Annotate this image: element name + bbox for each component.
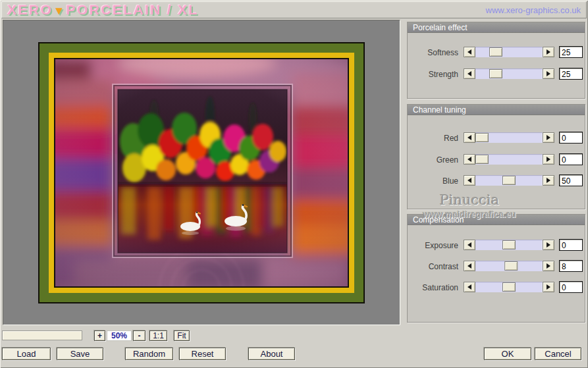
arrow-right-icon xyxy=(547,284,550,290)
slider-value-input[interactable]: 0 xyxy=(559,132,583,144)
slider-track[interactable] xyxy=(475,68,543,79)
slider-label: Exposure xyxy=(408,241,458,250)
slider-track[interactable] xyxy=(475,154,543,165)
ok-button[interactable]: OK xyxy=(484,348,531,360)
slider-thumb[interactable] xyxy=(502,282,516,292)
slider-track[interactable] xyxy=(475,132,543,143)
preview-image[interactable] xyxy=(55,59,348,286)
slider-value-input[interactable]: 0 xyxy=(559,281,583,293)
slider-thumb[interactable] xyxy=(502,240,516,250)
zoom-in-button[interactable]: + xyxy=(94,330,105,341)
slider-right-arrow[interactable] xyxy=(543,47,554,57)
random-button[interactable]: Random xyxy=(125,348,173,360)
frame-inner-border xyxy=(54,58,349,288)
slider-label: Contrast xyxy=(408,262,458,271)
arrow-left-icon xyxy=(468,178,471,183)
logo-text-right: PORCELAIN / XL xyxy=(66,3,198,17)
slider-label: Red xyxy=(408,134,458,143)
plugin-window: XERO▼PORCELAIN / XL www.xero-graphics.co… xyxy=(0,0,588,368)
group-header: Channel tuning xyxy=(408,105,585,115)
slider-left-arrow[interactable] xyxy=(464,132,475,143)
slider-thumb[interactable] xyxy=(489,47,502,57)
zoom-level: 50% xyxy=(107,330,132,341)
slider-label: Strength xyxy=(408,70,458,79)
arrow-right-icon xyxy=(547,135,550,140)
reset-button[interactable]: Reset xyxy=(179,348,226,360)
arrow-right-icon xyxy=(547,178,550,183)
slider-row-red: Red 0 xyxy=(408,132,585,143)
actual-size-button[interactable]: 1:1 xyxy=(149,330,167,341)
slider-left-arrow[interactable] xyxy=(464,154,475,165)
progress-bar xyxy=(2,330,82,340)
arrow-left-icon xyxy=(468,263,471,269)
slider-label: Blue xyxy=(408,176,458,186)
arrow-left-icon xyxy=(468,71,471,76)
slider-value-input[interactable]: 50 xyxy=(559,174,583,186)
slider-left-arrow[interactable] xyxy=(464,282,475,292)
slider-value-input[interactable]: 25 xyxy=(559,46,583,58)
slider-left-arrow[interactable] xyxy=(464,68,475,79)
arrow-right-icon xyxy=(547,71,550,76)
about-button[interactable]: About xyxy=(248,348,295,360)
slider-value-input[interactable]: 0 xyxy=(559,239,583,251)
arrow-left-icon xyxy=(468,135,471,140)
slider-left-arrow[interactable] xyxy=(464,261,475,271)
group-channel-tuning: Channel tuning Red 0 Green 0 Blue 50 xyxy=(407,104,585,209)
slider-left-arrow[interactable] xyxy=(464,175,475,186)
slider-right-arrow[interactable] xyxy=(543,68,554,79)
slider-row-strength: Strength 25 xyxy=(408,68,585,79)
slider-right-arrow[interactable] xyxy=(543,282,554,292)
slider-row-softness: Softness 25 xyxy=(408,47,585,57)
slider-track[interactable] xyxy=(475,282,543,292)
frame-green-border xyxy=(40,43,363,302)
fit-button[interactable]: Fit xyxy=(174,330,190,341)
slider-thumb[interactable] xyxy=(489,69,502,78)
group-compensation: Compensation Exposure 0 Contrast 8 Satur… xyxy=(407,214,585,323)
arrow-left-icon xyxy=(468,157,471,162)
slider-row-exposure: Exposure 0 xyxy=(408,240,585,250)
slider-right-arrow[interactable] xyxy=(543,132,554,143)
slider-right-arrow[interactable] xyxy=(543,240,554,250)
triangle-icon: ▼ xyxy=(53,5,66,17)
group-porcelain-effect: Porcelain effect Softness 25 Strength 25 xyxy=(407,22,585,99)
zoom-out-button[interactable]: - xyxy=(133,330,146,341)
slider-right-arrow[interactable] xyxy=(543,154,554,165)
preview-area[interactable] xyxy=(3,20,400,325)
slider-track[interactable] xyxy=(475,240,543,250)
slider-left-arrow[interactable] xyxy=(464,47,475,57)
slider-track[interactable] xyxy=(475,261,543,271)
slider-track[interactable] xyxy=(475,175,543,186)
arrow-left-icon xyxy=(468,284,471,290)
slider-thumb[interactable] xyxy=(504,261,518,271)
slider-right-arrow[interactable] xyxy=(543,261,554,271)
cancel-button[interactable]: Cancel xyxy=(535,348,581,360)
slider-label: Softness xyxy=(408,48,458,57)
slider-row-saturation: Saturation 0 xyxy=(408,282,585,292)
slider-track[interactable] xyxy=(475,47,543,57)
arrow-left-icon xyxy=(468,49,471,55)
slider-value-input[interactable]: 8 xyxy=(559,260,583,272)
slider-row-contrast: Contrast 8 xyxy=(408,261,585,271)
slider-left-arrow[interactable] xyxy=(464,240,475,250)
arrow-left-icon xyxy=(468,242,471,248)
load-button[interactable]: Load xyxy=(2,348,51,360)
website-link[interactable]: www.xero-graphics.co.uk xyxy=(486,5,581,15)
arrow-right-icon xyxy=(547,157,550,162)
arrow-right-icon xyxy=(547,263,550,269)
arrow-right-icon xyxy=(547,242,550,248)
slider-thumb[interactable] xyxy=(502,176,516,185)
slider-value-input[interactable]: 25 xyxy=(559,68,583,80)
group-header: Porcelain effect xyxy=(408,22,585,33)
slider-thumb[interactable] xyxy=(475,155,489,164)
app-logo: XERO▼PORCELAIN / XL xyxy=(7,3,199,18)
frame-gold-border xyxy=(49,53,354,293)
slider-thumb[interactable] xyxy=(475,133,489,142)
preview-image-frame xyxy=(38,42,365,303)
slider-value-input[interactable]: 0 xyxy=(559,153,583,165)
arrow-right-icon xyxy=(547,49,550,55)
save-button[interactable]: Save xyxy=(57,348,103,360)
logo-text-left: XERO xyxy=(7,3,53,17)
slider-label: Saturation xyxy=(408,283,458,292)
slider-right-arrow[interactable] xyxy=(543,175,554,186)
slider-label: Green xyxy=(408,155,458,165)
